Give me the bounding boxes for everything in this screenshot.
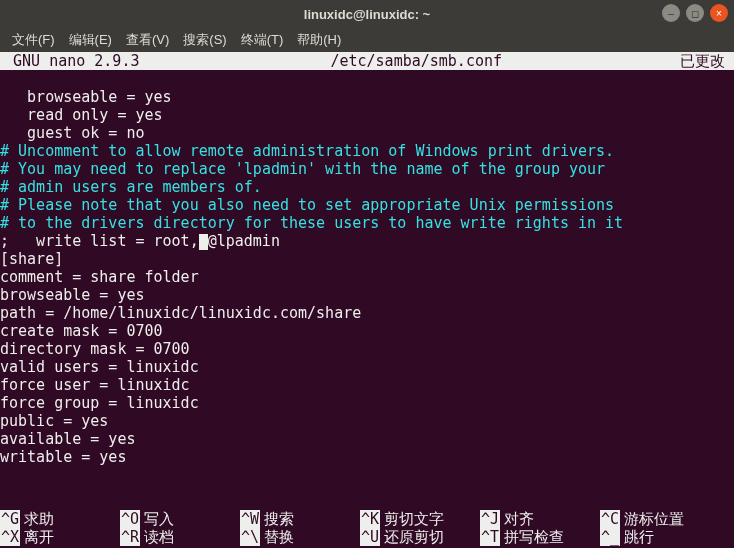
shortcut-hint: ^\替换 <box>240 528 360 546</box>
nano-app-name: GNU nano 2.9.3 <box>0 52 153 70</box>
shortcut-key: ^K <box>360 510 380 528</box>
footer-row-2: ^X离开^R读档^\替换^U还原剪切^T拼写检查^_跳行 <box>0 528 734 546</box>
shortcut-hint: ^K剪切文字 <box>360 510 480 528</box>
shortcut-label: 剪切文字 <box>384 510 444 528</box>
shortcut-key: ^O <box>120 510 140 528</box>
maximize-button[interactable]: ◻ <box>686 4 704 22</box>
footer-row-1: ^G求助^O写入^W搜索^K剪切文字^J对齐^C游标位置 <box>0 510 734 528</box>
shortcut-key: ^J <box>480 510 500 528</box>
nano-footer: ^G求助^O写入^W搜索^K剪切文字^J对齐^C游标位置 ^X离开^R读档^\替… <box>0 510 734 548</box>
editor-line: [share] <box>0 250 734 268</box>
shortcut-key: ^R <box>120 528 140 546</box>
editor-line: guest ok = no <box>0 124 734 142</box>
shortcut-hint: ^T拼写检查 <box>480 528 600 546</box>
text-cursor <box>199 234 208 250</box>
shortcut-hint: ^R读档 <box>120 528 240 546</box>
window-titlebar: linuxidc@linuxidc: ~ – ◻ × <box>0 0 734 28</box>
shortcut-key: ^\ <box>240 528 260 546</box>
shortcut-label: 还原剪切 <box>384 528 444 546</box>
shortcut-key: ^_ <box>600 528 620 546</box>
shortcut-key: ^W <box>240 510 260 528</box>
editor-line: comment = share folder <box>0 268 734 286</box>
shortcut-key: ^U <box>360 528 380 546</box>
menu-view[interactable]: 查看(V) <box>120 29 175 51</box>
shortcut-key: ^X <box>0 528 20 546</box>
editor-line: writable = yes <box>0 448 734 466</box>
editor-line: available = yes <box>0 430 734 448</box>
shortcut-label: 对齐 <box>504 510 534 528</box>
shortcut-key: ^C <box>600 510 620 528</box>
editor-line: # admin users are members of. <box>0 178 734 196</box>
shortcut-label: 写入 <box>144 510 174 528</box>
menu-file[interactable]: 文件(F) <box>6 29 61 51</box>
editor-content[interactable]: browseable = yes read only = yes guest o… <box>0 70 734 466</box>
shortcut-label: 游标位置 <box>624 510 684 528</box>
nano-modified-status: 已更改 <box>680 52 734 70</box>
shortcut-hint: ^C游标位置 <box>600 510 720 528</box>
shortcut-hint: ^W搜索 <box>240 510 360 528</box>
editor-line: browseable = yes <box>0 88 734 106</box>
shortcut-label: 搜索 <box>264 510 294 528</box>
shortcut-key: ^G <box>0 510 20 528</box>
shortcut-label: 替换 <box>264 528 294 546</box>
menu-help[interactable]: 帮助(H) <box>291 29 347 51</box>
shortcut-hint: ^X离开 <box>0 528 120 546</box>
window-title: linuxidc@linuxidc: ~ <box>304 7 430 22</box>
shortcut-label: 离开 <box>24 528 54 546</box>
shortcut-label: 拼写检查 <box>504 528 564 546</box>
menu-search[interactable]: 搜索(S) <box>177 29 232 51</box>
editor-line: read only = yes <box>0 106 734 124</box>
editor-line: # to the drivers directory for these use… <box>0 214 734 232</box>
shortcut-hint: ^G求助 <box>0 510 120 528</box>
editor-line: # Uncomment to allow remote administrati… <box>0 142 734 160</box>
shortcut-label: 求助 <box>24 510 54 528</box>
editor-line: # You may need to replace 'lpadmin' with… <box>0 160 734 178</box>
shortcut-hint: ^J对齐 <box>480 510 600 528</box>
editor-line: path = /home/linuxidc/linuxidc.com/share <box>0 304 734 322</box>
menubar: 文件(F) 编辑(E) 查看(V) 搜索(S) 终端(T) 帮助(H) <box>0 28 734 52</box>
editor-line <box>0 70 734 88</box>
shortcut-key: ^T <box>480 528 500 546</box>
editor-line: valid users = linuxidc <box>0 358 734 376</box>
shortcut-hint: ^U还原剪切 <box>360 528 480 546</box>
editor-line: force group = linuxidc <box>0 394 734 412</box>
editor-line: # Please note that you also need to set … <box>0 196 734 214</box>
nano-header: GNU nano 2.9.3 /etc/samba/smb.conf 已更改 <box>0 52 734 70</box>
editor-line: browseable = yes <box>0 286 734 304</box>
editor-line: create mask = 0700 <box>0 322 734 340</box>
menu-terminal[interactable]: 终端(T) <box>235 29 290 51</box>
editor-line: directory mask = 0700 <box>0 340 734 358</box>
window-controls: – ◻ × <box>662 4 728 22</box>
close-button[interactable]: × <box>710 4 728 22</box>
editor-line: ; write list = root, @lpadmin <box>0 232 734 250</box>
shortcut-label: 读档 <box>144 528 174 546</box>
shortcut-hint: ^O写入 <box>120 510 240 528</box>
editor-line: public = yes <box>0 412 734 430</box>
menu-edit[interactable]: 编辑(E) <box>63 29 118 51</box>
terminal-area[interactable]: GNU nano 2.9.3 /etc/samba/smb.conf 已更改 b… <box>0 52 734 548</box>
minimize-button[interactable]: – <box>662 4 680 22</box>
shortcut-label: 跳行 <box>624 528 654 546</box>
nano-file-path: /etc/samba/smb.conf <box>153 52 680 70</box>
shortcut-hint: ^_跳行 <box>600 528 720 546</box>
editor-line: force user = linuxidc <box>0 376 734 394</box>
